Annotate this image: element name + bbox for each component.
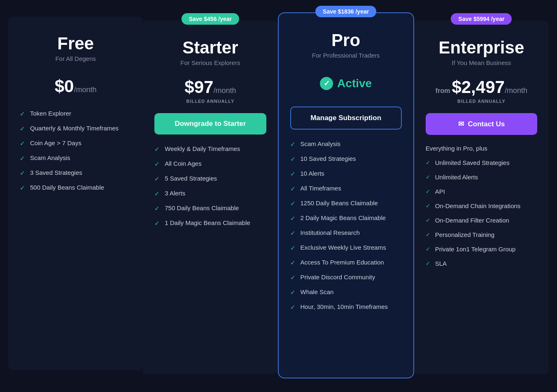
feature-item: ✓Exclusive Weekly Live Streams <box>290 243 402 252</box>
price-billed-enterprise: BILLED ANNUALLY <box>457 99 506 104</box>
plan-subtitle-pro: For Professional Traders <box>290 52 402 59</box>
check-icon: ✓ <box>426 159 430 167</box>
check-icon: ✓ <box>154 204 160 213</box>
features-list-pro: ✓Scam Analysis ✓10 Saved Strategies ✓10 … <box>290 139 402 311</box>
feature-item: ✓API <box>426 187 537 196</box>
save-badge-enterprise: Save $5994 /year <box>451 13 512 25</box>
active-badge: ✓ Active <box>320 77 372 90</box>
save-badge-starter: Save $456 /year <box>182 13 239 25</box>
pricing-container: Free For All Degens $0/month ✓Token Expl… <box>8 16 549 378</box>
plan-price-enterprise: from$2,497/month BILLED ANNUALLY <box>426 76 537 105</box>
check-icon: ✓ <box>154 219 160 227</box>
check-icon: ✓ <box>426 260 430 267</box>
price-amount-starter: $97/month <box>184 77 236 97</box>
feature-item: ✓3 Alerts <box>154 189 266 198</box>
feature-item: ✓Scam Analysis <box>290 139 402 148</box>
check-icon: ✓ <box>290 288 296 297</box>
feature-item: ✓All Coin Ages <box>154 159 266 168</box>
check-icon: ✓ <box>426 174 430 181</box>
feature-item: ✓Token Explorer <box>20 109 131 118</box>
feature-item: ✓On-Demand Filter Creation <box>426 216 537 225</box>
feature-item: ✓Institutional Research <box>290 228 402 237</box>
plan-card-starter: Save $456 /year Starter For Serious Expl… <box>143 21 277 374</box>
check-icon: ✓ <box>290 303 296 311</box>
check-icon: ✓ <box>154 174 160 183</box>
feature-item: ✓Scam Analysis <box>20 153 131 162</box>
plan-price-free: $0/month <box>20 72 131 101</box>
save-badge-pro: Save $1836 /year <box>315 6 376 17</box>
check-icon: ✓ <box>154 189 160 198</box>
feature-item: ✓Unlimited Saved Strategies <box>426 158 537 167</box>
plan-title-starter: Starter <box>154 38 266 58</box>
feature-item: ✓Quarterly & Monthly Timeframes <box>20 124 131 133</box>
plan-title-pro: Pro <box>290 30 402 50</box>
check-icon: ✓ <box>426 231 430 239</box>
check-icon: ✓ <box>154 145 160 153</box>
feature-item: ✓Private 1on1 Telegram Group <box>426 245 537 253</box>
plan-subtitle-free: For All Degens <box>20 55 131 62</box>
plan-card-enterprise: Save $5994 /year Enterprise If You Mean … <box>414 21 549 374</box>
check-icon: ✓ <box>426 188 430 195</box>
feature-item: ✓Hour, 30min, 10min Timeframes <box>290 302 402 311</box>
features-list-enterprise: ✓Unlimited Saved Strategies ✓Unlimited A… <box>426 158 537 268</box>
check-icon: ✓ <box>20 169 25 177</box>
envelope-icon: ✉ <box>458 120 464 128</box>
check-icon: ✓ <box>20 183 25 192</box>
plan-title-free: Free <box>20 34 131 53</box>
feature-item: ✓1250 Daily Beans Claimable <box>290 199 402 208</box>
plan-price-starter: $97/month BILLED ANNUALLY <box>154 76 266 105</box>
feature-item: ✓3 Saved Strategies <box>20 168 131 177</box>
check-icon: ✓ <box>290 140 296 148</box>
feature-item: ✓Access To Premium Education <box>290 258 402 267</box>
feature-item: ✓10 Saved Strategies <box>290 154 402 163</box>
check-icon: ✓ <box>290 184 296 193</box>
feature-item: ✓1 Daily Magic Beans Claimable <box>154 218 266 227</box>
contact-us-button[interactable]: ✉ Contact Us <box>426 113 537 135</box>
check-icon: ✓ <box>426 246 430 253</box>
check-icon: ✓ <box>290 214 296 223</box>
check-icon: ✓ <box>290 169 296 178</box>
feature-item: ✓SLA <box>426 259 537 268</box>
feature-item: ✓Unlimited Alerts <box>426 173 537 181</box>
check-icon: ✓ <box>154 160 160 168</box>
plan-subtitle-enterprise: If You Mean Business <box>426 59 537 66</box>
manage-subscription-button[interactable]: Manage Subscription <box>290 107 402 130</box>
check-icon: ✓ <box>20 124 25 133</box>
feature-item: ✓Private Discord Community <box>290 273 402 282</box>
feature-item: ✓On-Demand Chain Integrations <box>426 202 537 210</box>
check-icon: ✓ <box>290 273 296 282</box>
feature-item: ✓All Timeframes <box>290 184 402 193</box>
price-amount-enterprise: from$2,497/month <box>436 77 527 97</box>
feature-item: ✓2 Daily Magic Beans Claimable <box>290 213 402 223</box>
feature-item: ✓Personalized Training <box>426 230 537 239</box>
plan-card-free: Free For All Degens $0/month ✓Token Expl… <box>8 16 143 370</box>
feature-item: ✓500 Daily Beans Claimable <box>20 183 131 192</box>
check-icon: ✓ <box>20 139 25 148</box>
plan-title-enterprise: Enterprise <box>426 38 537 58</box>
feature-item: ✓Whale Scan <box>290 288 402 297</box>
price-amount-free: $0/month <box>55 77 97 96</box>
downgrade-starter-button[interactable]: Downgrade to Starter <box>154 113 266 135</box>
plan-card-pro: Save $1836 /year Pro For Professional Tr… <box>278 12 414 378</box>
feature-item: ✓10 Alerts <box>290 169 402 178</box>
price-billed-starter: BILLED ANNUALLY <box>186 99 234 104</box>
active-check-icon: ✓ <box>320 77 333 90</box>
feature-item: ✓Weekly & Daily Timeframes <box>154 144 266 153</box>
check-icon: ✓ <box>20 109 25 118</box>
feature-item: ✓Coin Age > 7 Days <box>20 139 131 148</box>
check-icon: ✓ <box>20 154 25 162</box>
plan-subtitle-starter: For Serious Explorers <box>154 59 266 66</box>
check-icon: ✓ <box>290 229 296 237</box>
everything-plus-label: Everything in Pro, plus <box>426 145 537 152</box>
active-label: Active <box>337 77 372 90</box>
check-icon: ✓ <box>290 199 296 208</box>
feature-item: ✓750 Daily Beans Claimable <box>154 204 266 213</box>
check-icon: ✓ <box>290 244 296 252</box>
features-list-starter: ✓Weekly & Daily Timeframes ✓All Coin Age… <box>154 144 266 227</box>
features-list-free: ✓Token Explorer ✓Quarterly & Monthly Tim… <box>20 109 131 192</box>
plan-price-pro: ✓ Active <box>290 69 402 98</box>
check-icon: ✓ <box>426 217 430 224</box>
check-icon: ✓ <box>290 155 296 163</box>
check-icon: ✓ <box>426 202 430 210</box>
check-icon: ✓ <box>290 258 296 267</box>
